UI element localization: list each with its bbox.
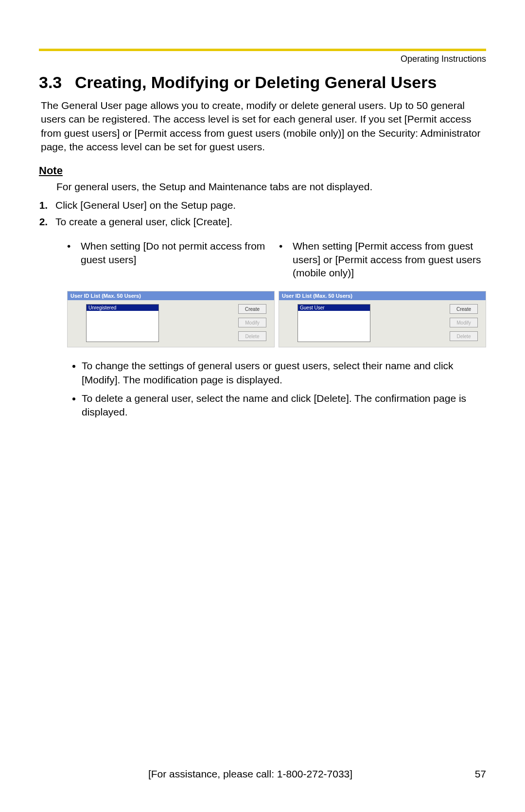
step-item: To create a general user, click [Create]…	[51, 216, 486, 228]
list-item-selected[interactable]: Guest User	[298, 305, 370, 311]
create-button[interactable]: Create	[238, 304, 266, 314]
sub-bullet: To delete a general user, select the nam…	[82, 392, 486, 419]
screenshot-right: User ID List (Max. 50 Users) Guest User …	[279, 291, 486, 347]
left-column-heading: When setting [Do not permit access from …	[81, 239, 274, 266]
step-item: Click [General User] on the Setup page.	[51, 199, 486, 211]
footer-assistance: [For assistance, please call: 1-800-272-…	[39, 768, 462, 780]
page-number: 57	[462, 768, 486, 780]
delete-button[interactable]: Delete	[238, 331, 266, 341]
running-header: Operating Instructions	[39, 54, 486, 64]
intro-paragraph: The General User page allows you to crea…	[41, 99, 486, 154]
panel-title: User ID List (Max. 50 Users)	[279, 291, 486, 300]
sub-bullet-list: To change the settings of general users …	[67, 359, 486, 419]
list-item-selected[interactable]: Unregistered	[87, 305, 158, 311]
user-id-listbox[interactable]: Unregistered	[86, 304, 159, 342]
sub-bullet: To change the settings of general users …	[82, 359, 486, 387]
bullet-icon: •	[279, 239, 293, 279]
section-number: 3.3	[39, 73, 75, 92]
modify-button[interactable]: Modify	[238, 318, 266, 327]
right-column-heading: When setting [Permit access from guest u…	[293, 239, 486, 279]
delete-button[interactable]: Delete	[450, 331, 478, 341]
bullet-icon: •	[67, 239, 81, 266]
step-list: Click [General User] on the Setup page. …	[39, 199, 486, 228]
modify-button[interactable]: Modify	[450, 318, 478, 327]
panel-title: User ID List (Max. 50 Users)	[68, 291, 274, 300]
note-body: For general users, the Setup and Mainten…	[56, 181, 486, 193]
user-id-listbox[interactable]: Guest User	[298, 304, 370, 342]
section-title: Creating, Modifying or Deleting General …	[75, 73, 437, 92]
top-rule	[39, 49, 486, 51]
screenshot-left: User ID List (Max. 50 Users) Unregistere…	[67, 291, 275, 347]
note-label: Note	[39, 164, 486, 177]
create-button[interactable]: Create	[450, 304, 478, 314]
